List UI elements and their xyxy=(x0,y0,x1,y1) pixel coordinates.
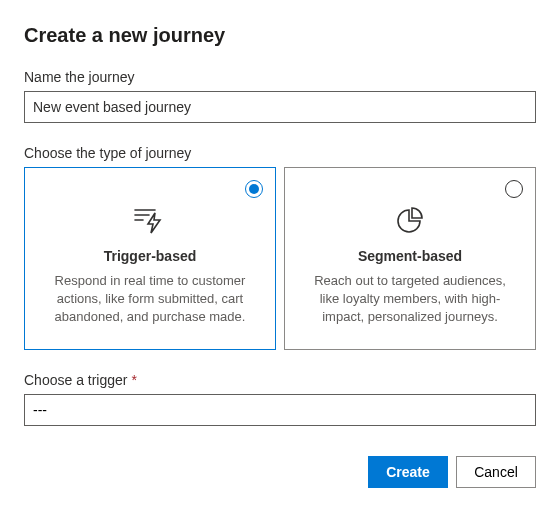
name-label: Name the journey xyxy=(24,69,536,85)
dialog-actions: Create Cancel xyxy=(24,456,536,488)
radio-trigger-based[interactable] xyxy=(245,180,263,198)
type-options: Trigger-based Respond in real time to cu… xyxy=(24,167,536,350)
type-field: Choose the type of journey Trigger-based… xyxy=(24,145,536,350)
trigger-label: Choose a trigger * xyxy=(24,372,536,388)
page-title: Create a new journey xyxy=(24,24,536,47)
svg-marker-3 xyxy=(148,213,160,233)
lightning-icon xyxy=(43,202,257,238)
type-option-desc: Reach out to targeted audiences, like lo… xyxy=(303,272,517,327)
type-option-title: Segment-based xyxy=(303,248,517,264)
type-option-desc: Respond in real time to customer actions… xyxy=(43,272,257,327)
trigger-field: Choose a trigger * --- xyxy=(24,372,536,426)
journey-name-input[interactable] xyxy=(24,91,536,123)
cancel-button[interactable]: Cancel xyxy=(456,456,536,488)
type-label: Choose the type of journey xyxy=(24,145,536,161)
radio-segment-based[interactable] xyxy=(505,180,523,198)
name-field: Name the journey xyxy=(24,69,536,123)
create-button[interactable]: Create xyxy=(368,456,448,488)
type-option-title: Trigger-based xyxy=(43,248,257,264)
type-option-segment-based[interactable]: Segment-based Reach out to targeted audi… xyxy=(284,167,536,350)
trigger-select[interactable]: --- xyxy=(24,394,536,426)
type-option-trigger-based[interactable]: Trigger-based Respond in real time to cu… xyxy=(24,167,276,350)
pie-chart-icon xyxy=(303,202,517,238)
required-mark: * xyxy=(131,372,136,388)
